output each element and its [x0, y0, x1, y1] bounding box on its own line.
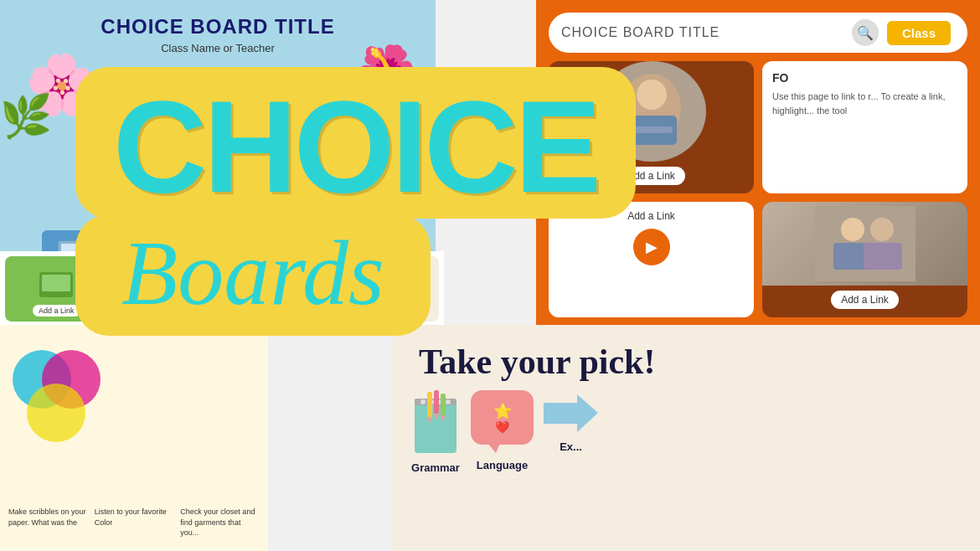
- svg-point-9: [841, 218, 864, 241]
- svg-rect-29: [434, 390, 439, 414]
- svg-rect-14: [42, 275, 70, 291]
- bottom-text-area: Make scribbles on your paper. What was t…: [8, 507, 260, 538]
- class-button[interactable]: Class: [887, 21, 951, 45]
- svg-rect-27: [427, 392, 432, 417]
- fo-text: FO: [772, 71, 957, 85]
- topright-header: CHOICE BOARD TITLE 🔍 Class: [549, 13, 967, 53]
- bottomleft-text2: Listen to your favorite Color: [95, 507, 174, 538]
- star-icon: ⭐: [493, 402, 512, 420]
- choice-text: CHOICE: [113, 82, 598, 212]
- svg-point-5: [637, 80, 667, 110]
- card-ex: Ex...: [544, 390, 598, 474]
- card-language: ⭐ ❤️ Language: [471, 390, 534, 474]
- card-pencil: Grammar: [410, 390, 461, 474]
- svg-point-23: [420, 399, 426, 404]
- topright-search-text: CHOICE BOARD TITLE: [561, 25, 843, 40]
- svg-rect-31: [441, 394, 446, 415]
- slide-bottomleft: Make scribbles on your paper. What was t…: [0, 325, 268, 551]
- card-ex-label: Ex...: [560, 440, 582, 453]
- svg-point-26: [446, 399, 451, 404]
- svg-rect-12: [864, 243, 902, 270]
- svg-point-11: [870, 218, 894, 241]
- topright-card-2: FO Use this page to link to r... To crea…: [762, 61, 967, 193]
- slide-bottomright: Take your pick!: [394, 325, 980, 551]
- card-grammar-label: Grammar: [411, 461, 460, 474]
- circle-yellow: [27, 384, 85, 442]
- card-language-label: Language: [477, 459, 528, 471]
- boards-text: Boards: [121, 227, 384, 319]
- choice-bubble: CHOICE: [75, 67, 636, 219]
- add-link-card4[interactable]: Add a Link: [831, 291, 899, 309]
- banner-container: CHOICE BOARD TITLE Class Name or Teacher…: [0, 0, 980, 551]
- person-collab-image: [762, 202, 967, 286]
- bottom-cards-row: Grammar ⭐ ❤️ Language Ex...: [394, 390, 980, 474]
- speech-bubble-icon: ⭐ ❤️: [471, 390, 534, 445]
- bottomleft-text1: Make scribbles on your paper. What was t…: [8, 507, 88, 538]
- svg-rect-7: [631, 126, 673, 133]
- play-button[interactable]: ▶: [633, 229, 670, 265]
- boards-bubble: Boards: [75, 214, 431, 336]
- bottomleft-text3: Check your closet and find garments that…: [180, 507, 260, 538]
- topleft-title: CHOICE BOARD TITLE: [0, 15, 436, 39]
- cmyk-circles: [13, 350, 121, 451]
- topright-card-4: Add a Link: [762, 202, 967, 317]
- description-text: Use this page to link to r... To create …: [772, 90, 957, 117]
- arrow-icon: [544, 390, 598, 436]
- flower-green-icon: 🌿: [0, 92, 52, 141]
- middle-link-green[interactable]: Add a Link: [33, 305, 80, 317]
- search-icon[interactable]: 🔍: [852, 19, 879, 46]
- heart-icon: ❤️: [495, 420, 509, 434]
- overlay-text: CHOICE Boards: [75, 67, 636, 336]
